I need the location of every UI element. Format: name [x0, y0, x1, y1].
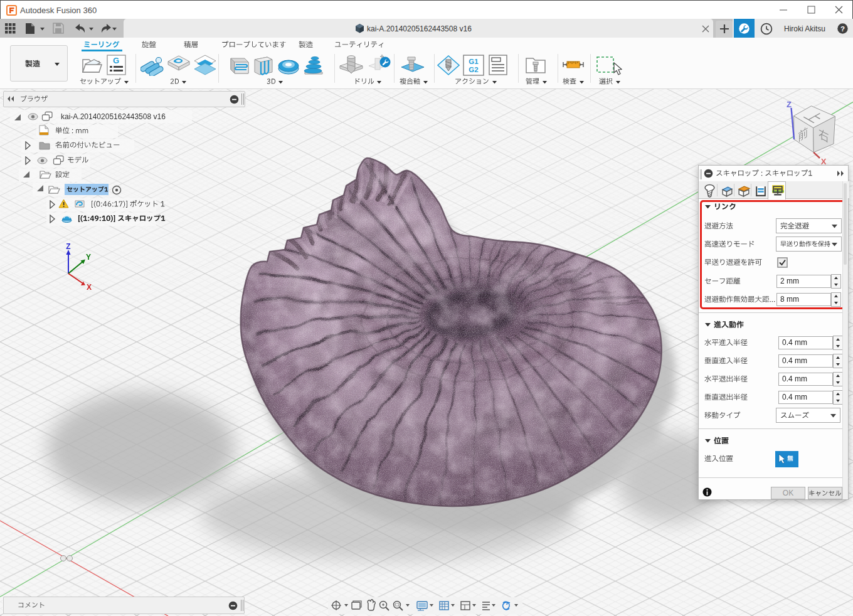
svg-text:G2: G2 — [469, 66, 478, 73]
svg-text:G1: G1 — [469, 58, 479, 65]
svg-text:X: X — [87, 283, 92, 292]
svg-text:Z: Z — [787, 100, 792, 109]
svg-text:Y: Y — [86, 253, 91, 262]
svg-text:?: ? — [840, 25, 845, 33]
